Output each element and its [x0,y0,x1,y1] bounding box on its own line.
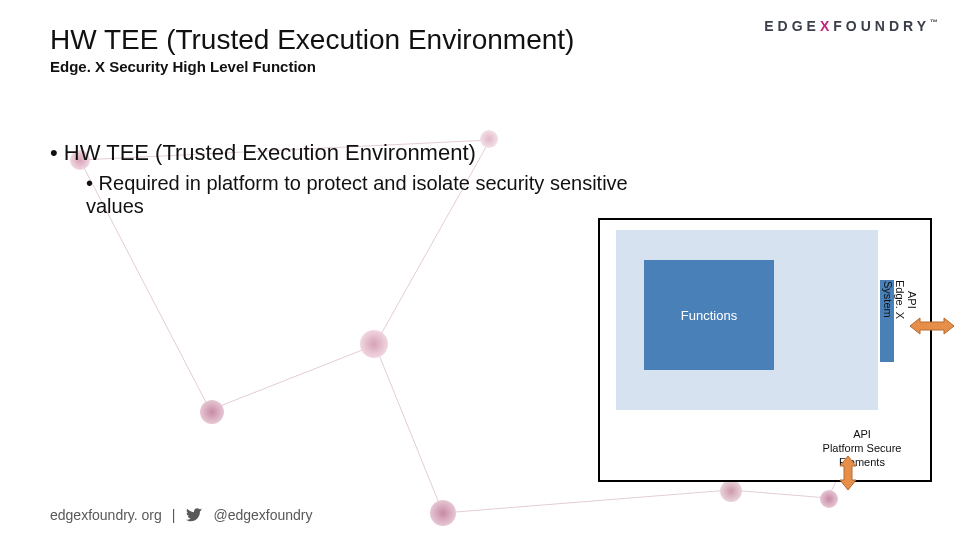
page-title: HW TEE (Trusted Execution Environment) [50,24,574,56]
svg-marker-9 [840,456,856,490]
bullet-level1: HW TEE (Trusted Execution Environment) [50,140,630,166]
slide: HW TEE (Trusted Execution Environment) E… [0,0,960,540]
svg-marker-8 [910,318,954,334]
footer-sep: | [172,507,176,523]
logo-part3: FOUNDRY [833,18,930,34]
footer: edgexfoundry. org | @edgexfoundry [50,506,313,524]
twitter-icon [185,506,203,524]
api-side-label: API Edge. X System [882,280,918,319]
diagram-panel: Functions API Platform Secure Elements [616,230,878,410]
vertical-arrow-icon [838,456,858,490]
architecture-diagram: Functions API Platform Secure Elements A… [598,218,932,482]
horizontal-arrow-icon [910,316,954,336]
footer-handle: @edgexfoundry [213,507,312,523]
api-bottom-label: API Platform Secure Elements [806,424,918,472]
bullet-level2: Required in platform to protect and isol… [86,172,630,218]
functions-box: Functions [644,260,774,370]
logo-part1: EDGE [764,18,820,34]
logo-tm: ™ [930,18,938,27]
bullet-list: HW TEE (Trusted Execution Environment) R… [50,140,630,218]
page-subtitle: Edge. X Security High Level Function [50,58,316,75]
brand-logo: EDGEXFOUNDRY™ [764,18,938,34]
logo-part2: X [820,18,833,34]
footer-url: edgexfoundry. org [50,507,162,523]
